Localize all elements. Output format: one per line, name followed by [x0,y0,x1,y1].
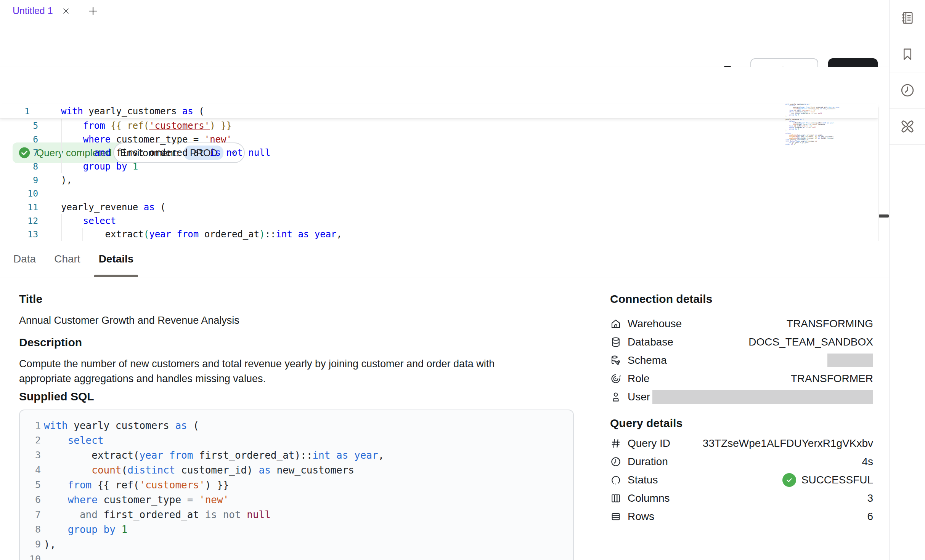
sidebar-item-copilot[interactable] [890,109,925,145]
editor-line: 13 extract(year from ordered_at)::int as… [0,228,878,242]
tab-data[interactable]: Data [9,241,40,277]
detail-value: TRANSFORMER [791,373,873,385]
detail-value: TRANSFORMING [787,318,873,330]
line-number: 12 [0,216,38,226]
code-line: with yearly_customers as ( [61,106,204,117]
editor-toolbar: Develop Run [0,22,889,67]
query-row-rows: Rows6 [610,507,873,526]
connection-row-user: User [610,388,873,406]
detail-label: Role [628,373,650,385]
notebook-icon [899,10,915,26]
success-check-icon [782,473,796,487]
editor-line: 7 and first_ordered_at is not null [0,146,878,160]
code-line: extract(year from ordered_at)::int as ye… [61,229,342,240]
sql-block-line: 10 [20,552,573,560]
sql-block-line: 9), [20,537,573,552]
editor-line: 5 from {{ ref('customers') }} [0,119,878,133]
code-line: count(distinct customer_id) as new_custo… [44,464,354,476]
line-number: 10 [0,189,38,198]
code-line: with yearly_customers as ( [44,420,199,431]
connection-row-warehouse: WarehouseTRANSFORMING [610,315,873,333]
sql-block-line: 1with yearly_customers as ( [20,418,573,433]
title-heading: Title [19,293,42,306]
sticky-scroll-line: 1 with yearly_customers as ( [0,104,878,118]
editor-line: 10 [0,187,878,200]
role-icon [610,373,622,385]
sql-editor[interactable]: Query completed in 4s Environment: PROD … [0,67,889,241]
editor-line: 9), [0,173,878,187]
line-number: 5 [20,479,41,490]
code-line: from {{ ref('customers') }} [44,479,229,491]
code-line: yearly_revenue as ( [61,202,166,213]
sql-block-line: 2 select [20,433,573,448]
line-number: 8 [0,162,38,171]
code-line: group by 1 [61,161,138,172]
query-row-query-id: Query ID33TZseWpe1ALFDUYerxR1gVKxbv [610,434,873,453]
editor-line: 6 where customer_type = 'new' [0,133,878,146]
code-line [61,188,66,199]
line-number: 10 [20,554,41,560]
sql-block-line: 5 from {{ ref('customers') }} [20,477,573,492]
code-line: and first_ordered_at is not null [44,509,271,520]
editor-tab-bar: Untitled 1 [0,0,889,22]
detail-label: Query ID [628,437,670,450]
line-number: 9 [20,539,41,550]
detail-label: Warehouse [628,318,682,330]
tab-details[interactable]: Details [94,241,138,277]
details-panel: Title Annual Customer Growth and Revenue… [0,277,889,560]
title-value: Annual Customer Growth and Revenue Analy… [19,315,239,326]
sql-block-line: 6 where customer_type = 'new' [20,492,573,507]
schema-icon [610,354,622,366]
code-line: where customer_type = 'new' [44,494,229,506]
line-number: 1 [20,420,41,431]
line-number: 6 [0,134,38,144]
database-icon [610,336,622,348]
warehouse-icon [610,318,622,330]
user-icon [610,391,622,403]
supplied-sql-code-block: 1with yearly_customers as (2 select3 ext… [19,410,574,560]
detail-label: User [628,391,650,403]
code-line: select [44,435,104,446]
close-tab-icon[interactable] [61,6,71,16]
redacted-value [652,390,873,404]
connection-row-schema: Schema [610,351,873,370]
editor-scrollbar[interactable] [878,107,889,241]
file-tab-untitled-1[interactable]: Untitled 1 [0,0,76,22]
line-number: 7 [0,148,38,158]
sql-block-line: 7 and first_ordered_at is not null [20,507,573,522]
scrollbar-thumb[interactable] [879,214,889,218]
connection-row-role: RoleTRANSFORMER [610,370,873,388]
plus-icon [88,6,98,16]
line-number: 13 [0,229,38,239]
columns-icon [610,492,622,504]
new-tab-button[interactable] [76,0,110,22]
editor-line: 8 group by 1 [0,160,878,173]
code-lines[interactable]: 5 from {{ ref('customers') }}6 where cus… [0,119,878,241]
connection-details-heading: Connection details [610,293,712,306]
query-details-rows: Query ID33TZseWpe1ALFDUYerxR1gVKxbvDurat… [610,434,873,526]
query-metadata-section: Title Annual Customer Growth and Revenue… [19,277,576,560]
sql-ide-window: Untitled 1 Develop Run [0,0,925,560]
sidebar-item-history[interactable] [890,72,925,109]
line-number: 6 [20,494,41,505]
connection-row-database: DatabaseDOCS_TEAM_SANDBOX [610,333,873,351]
editor-line: 12 select [0,214,878,228]
description-value: Compute the number of new customers and … [19,357,549,386]
detail-label: Database [628,336,673,348]
tab-chart[interactable]: Chart [50,241,85,277]
sidebar-item-notebook[interactable] [890,0,925,36]
detail-label: Status [628,474,658,486]
sidebar-item-bookmarks[interactable] [890,36,925,72]
code-line: select [61,216,116,226]
line-number: 5 [0,121,38,131]
editor-minimap[interactable]: with yearly_customers as ( select extrac… [785,104,837,145]
code-line: extract(year from first_ordered_at)::int… [44,450,384,461]
right-icon-sidebar [889,0,925,560]
detail-value: 6 [867,510,873,523]
hash-icon [610,437,622,450]
line-number: 2 [20,435,41,446]
sparkle-pinwheel-icon [899,118,916,135]
line-number: 11 [0,202,38,212]
code-line: ), [44,539,56,550]
code-line: from {{ ref('customers') }} [61,120,232,131]
